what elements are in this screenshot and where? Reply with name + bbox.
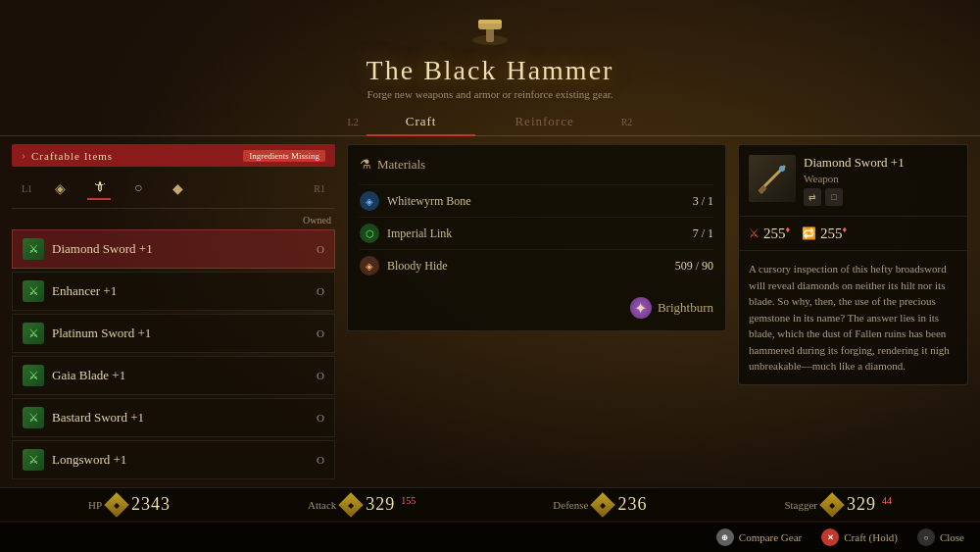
materials-icon: ⚗ bbox=[360, 157, 371, 173]
secondary-sup: ♦ bbox=[843, 225, 848, 234]
detail-compare-icon[interactable]: ⇄ bbox=[804, 188, 821, 206]
compare-gear-button[interactable]: ⊕ bbox=[716, 528, 734, 546]
item-icon: ⚔ bbox=[23, 323, 44, 344]
stat-hp-diamond: ◆ bbox=[104, 492, 128, 517]
header: The Black Hammer Forge new weapons and a… bbox=[0, 0, 980, 100]
stat-hp: HP ◆ 2343 bbox=[88, 494, 171, 515]
detail-info-icon[interactable]: □ bbox=[825, 188, 843, 206]
tab-reinforce[interactable]: Reinforce bbox=[475, 108, 612, 135]
tab-trigger-r2: R2 bbox=[613, 111, 641, 133]
action-close[interactable]: ○ Close bbox=[917, 528, 964, 546]
stat-attack-change: 155 bbox=[401, 495, 416, 506]
item-icon: ⚔ bbox=[23, 449, 44, 471]
material-icon: ◈ bbox=[360, 191, 379, 211]
stat-stagger-label: Stagger bbox=[784, 499, 817, 511]
detail-item-type: Weapon bbox=[804, 173, 957, 184]
category-shield-icon[interactable]: ◆ bbox=[166, 176, 189, 200]
craftable-header: › Craftable Items Ingredients Missing bbox=[12, 144, 335, 167]
materials-header: ⚗ Materials bbox=[360, 157, 713, 173]
action-craft[interactable]: ✕ Craft (Hold) bbox=[821, 528, 898, 546]
tabs: L2 Craft Reinforce R2 bbox=[0, 108, 980, 136]
stat-stagger-change: 44 bbox=[882, 495, 892, 506]
stat-defense-value: 236 bbox=[617, 494, 647, 515]
detail-stat-secondary: 🔁 255♦ bbox=[802, 225, 847, 242]
item-icon: ⚔ bbox=[23, 365, 44, 386]
material-count: 3 / 1 bbox=[693, 194, 713, 209]
detail-box: Diamond Sword +1 Weapon ⇄ □ ⚔ 255♦ � bbox=[738, 144, 968, 385]
material-row: ⬡ Imperial Link 7 / 1 bbox=[360, 217, 713, 249]
category-row: L1 ◈ 🗡 ○ ◆ R1 bbox=[12, 173, 335, 209]
item-name: Gaia Blade +1 bbox=[52, 368, 309, 383]
item-name: Enhancer +1 bbox=[52, 283, 309, 299]
detail-header: Diamond Sword +1 Weapon ⇄ □ bbox=[739, 145, 967, 217]
material-row: ◈ Whitewyrm Bone 3 / 1 bbox=[360, 184, 713, 217]
item-icon: ⚔ bbox=[23, 280, 44, 302]
stats-bar: HP ◆ 2343 Attack ◆ 329 155 Defense ◆ 236… bbox=[0, 487, 980, 521]
stat-attack-diamond: ◆ bbox=[339, 492, 364, 517]
stat-attack-value: 329 bbox=[366, 494, 395, 515]
secondary-icon: 🔁 bbox=[802, 226, 816, 241]
stat-stagger: Stagger ◆ 329 44 bbox=[784, 494, 892, 515]
material-icon: ⬡ bbox=[360, 224, 379, 243]
item-list: ▶ ⚔ Diamond Sword +1 O ⚔ Enhancer +1 O ⚔… bbox=[12, 229, 335, 479]
detail-info: Diamond Sword +1 Weapon ⇄ □ bbox=[804, 155, 957, 206]
item-owned: O bbox=[317, 243, 324, 255]
owned-label: Owned bbox=[12, 215, 335, 226]
hammer-icon bbox=[466, 12, 514, 51]
detail-action-icons: ⇄ □ bbox=[804, 188, 957, 206]
detail-stat-attack: ⚔ 255♦ bbox=[749, 225, 790, 242]
list-item[interactable]: ⚔ Longsword +1 O bbox=[12, 440, 335, 479]
brightburn-badge: ✦ Brightburn bbox=[360, 289, 713, 319]
item-name: Bastard Sword +1 bbox=[52, 410, 309, 426]
list-item[interactable]: ⚔ Platinum Sword +1 O bbox=[12, 314, 335, 353]
stat-attack: Attack ◆ 329 155 bbox=[308, 494, 416, 515]
page-subtitle: Forge new weapons and armor or reinforce… bbox=[0, 88, 980, 100]
action-compare-gear[interactable]: ⊕ Compare Gear bbox=[716, 528, 802, 546]
stat-defense-label: Defense bbox=[553, 499, 588, 511]
category-all-icon[interactable]: ◈ bbox=[48, 176, 72, 200]
detail-thumbnail bbox=[749, 155, 796, 202]
svg-rect-3 bbox=[478, 20, 502, 24]
attack-sup: ♦ bbox=[786, 225, 791, 234]
compare-gear-label: Compare Gear bbox=[739, 531, 802, 543]
detail-stats: ⚔ 255♦ 🔁 255♦ bbox=[739, 217, 967, 251]
item-name: Longsword +1 bbox=[52, 452, 309, 468]
craft-label: Craft (Hold) bbox=[844, 531, 898, 543]
close-label: Close bbox=[940, 531, 964, 543]
stat-hp-label: HP bbox=[88, 499, 102, 511]
materials-title: Materials bbox=[377, 157, 425, 173]
category-ring-icon[interactable]: ○ bbox=[126, 176, 150, 200]
stat-hp-value: 2343 bbox=[131, 494, 171, 515]
list-item[interactable]: ⚔ Bastard Sword +1 O bbox=[12, 398, 335, 437]
stat-defense: Defense ◆ 236 bbox=[553, 494, 647, 515]
brightburn-gem-icon: ✦ bbox=[630, 297, 652, 319]
tab-craft[interactable]: Craft bbox=[367, 108, 476, 135]
material-row: ◈ Bloody Hide 509 / 90 bbox=[360, 249, 713, 281]
attack-value: 255♦ bbox=[763, 225, 790, 242]
list-item[interactable]: ⚔ Gaia Blade +1 O bbox=[12, 356, 335, 395]
category-trigger-r1: R1 bbox=[314, 183, 325, 194]
material-icon: ◈ bbox=[360, 256, 379, 276]
item-name: Diamond Sword +1 bbox=[52, 241, 309, 257]
item-icon: ⚔ bbox=[23, 238, 44, 260]
item-owned: O bbox=[317, 285, 324, 297]
item-icon: ⚔ bbox=[23, 407, 44, 428]
item-owned: O bbox=[317, 327, 324, 339]
craftable-badge: Ingredients Missing bbox=[243, 150, 325, 162]
stat-attack-label: Attack bbox=[308, 499, 336, 511]
close-button[interactable]: ○ bbox=[917, 528, 935, 546]
secondary-value: 255♦ bbox=[820, 225, 847, 242]
svg-point-6 bbox=[779, 166, 785, 172]
stat-stagger-diamond: ◆ bbox=[819, 492, 844, 517]
list-item[interactable]: ⚔ Enhancer +1 O bbox=[12, 272, 335, 311]
item-owned: O bbox=[317, 412, 324, 424]
craft-button[interactable]: ✕ bbox=[821, 528, 839, 546]
brightburn-label: Brightburn bbox=[658, 300, 713, 316]
action-bar: ⊕ Compare Gear ✕ Craft (Hold) ○ Close bbox=[0, 523, 980, 552]
chevron-icon: › bbox=[22, 148, 25, 163]
category-sword-icon[interactable]: 🗡 bbox=[87, 176, 111, 200]
list-item[interactable]: ▶ ⚔ Diamond Sword +1 O bbox=[12, 229, 335, 269]
stat-stagger-value: 329 bbox=[847, 494, 876, 515]
material-count: 509 / 90 bbox=[675, 259, 713, 274]
material-name: Imperial Link bbox=[387, 226, 685, 241]
